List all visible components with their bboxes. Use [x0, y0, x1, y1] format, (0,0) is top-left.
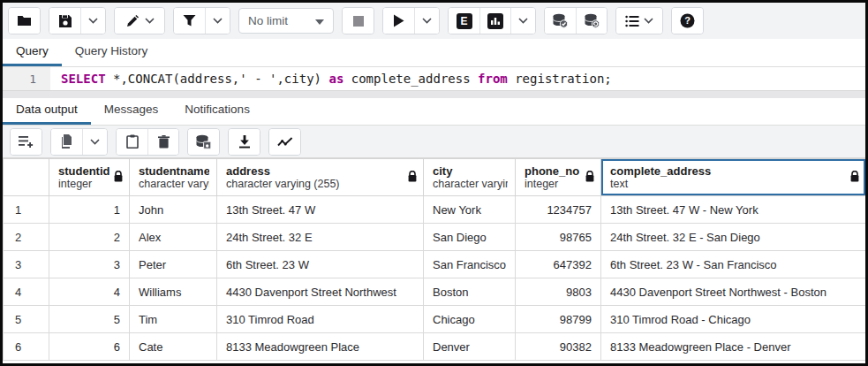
table-row: 22Alex24th Street. 32 ESan Diego9876524t… [4, 224, 866, 251]
table-row: 55Tim310 Timrod RoadChicago98799310 Timr… [4, 306, 866, 333]
tab-query-history[interactable]: Query History [62, 39, 162, 66]
cell-studentname[interactable]: Alex [130, 224, 217, 251]
cell-studentname[interactable]: Tim [130, 306, 217, 333]
execute-menu-button[interactable] [414, 8, 439, 34]
cell-studentid[interactable]: 2 [49, 224, 130, 251]
cell-complete_address[interactable]: 310 Timrod Road - Chicago [601, 306, 866, 333]
cell-phone_no[interactable]: 90382 [516, 333, 601, 361]
column-name: complete_address [610, 164, 858, 178]
cell-phone_no[interactable]: 98765 [516, 224, 601, 251]
cell-studentid[interactable]: 5 [49, 306, 130, 333]
commit-button[interactable] [545, 8, 576, 34]
trash-icon [158, 135, 170, 149]
cell-studentid[interactable]: 4 [49, 278, 130, 306]
cell-phone_no[interactable]: 98799 [516, 306, 601, 333]
tab-data-output[interactable]: Data output [3, 97, 91, 125]
macros-button[interactable] [616, 8, 662, 34]
cell-city[interactable]: San Diego [424, 224, 516, 251]
row-number[interactable]: 4 [4, 278, 49, 306]
row-limit-select[interactable]: No limit [238, 8, 334, 34]
tab-query[interactable]: Query [3, 39, 62, 66]
explain-button[interactable]: E [449, 8, 479, 34]
cell-address[interactable]: 4430 Davenport Street Northwest [217, 278, 424, 306]
cell-studentid[interactable]: 3 [49, 251, 130, 278]
cell-phone_no[interactable]: 647392 [516, 251, 601, 278]
cell-studentname[interactable]: Williams [130, 278, 217, 306]
cell-studentid[interactable]: 6 [49, 333, 130, 361]
line-number: 1 [3, 67, 50, 90]
cell-address[interactable]: 24th Street. 32 E [217, 224, 424, 251]
tab-notifications[interactable]: Notifications [171, 97, 263, 125]
filter-button[interactable] [174, 8, 205, 34]
column-header-studentname[interactable]: studentnamecharacter varying [130, 159, 217, 196]
open-file-button[interactable] [9, 8, 40, 34]
rollback-button[interactable] [576, 8, 607, 34]
row-number[interactable]: 2 [4, 224, 49, 251]
cell-address[interactable]: 8133 Meadowgreen Place [217, 333, 424, 361]
row-number[interactable]: 3 [4, 251, 49, 278]
cell-phone_no[interactable]: 1234757 [516, 196, 601, 224]
paste-button[interactable] [117, 129, 147, 155]
sql-query-text[interactable]: SELECT *,CONCAT(address,' - ',city) as c… [50, 72, 612, 86]
cell-phone_no[interactable]: 9803 [516, 278, 601, 306]
results-grid: studentidintegerstudentnamecharacter var… [3, 158, 865, 363]
save-menu-button[interactable] [80, 8, 105, 34]
row-number[interactable]: 1 [4, 196, 49, 224]
cell-studentname[interactable]: Cate [130, 333, 217, 361]
cell-complete_address[interactable]: 24th Street. 32 E - San Diego [601, 224, 866, 251]
cell-complete_address[interactable]: 8133 Meadowgreen Place - Denver [601, 333, 866, 361]
cell-address[interactable]: 6th Street. 23 W [217, 251, 424, 278]
save-results-to-file-button[interactable] [229, 129, 260, 155]
cell-studentid[interactable]: 1 [49, 196, 130, 224]
edit-button[interactable] [115, 8, 164, 34]
column-header-complete_address[interactable]: complete_addresstext [601, 159, 866, 196]
add-row-button[interactable] [11, 129, 42, 155]
column-type: integer [58, 178, 122, 190]
explain-analyze-button[interactable] [479, 8, 510, 34]
row-number[interactable]: 6 [4, 333, 49, 361]
lock-icon [850, 171, 859, 185]
column-name: phone_no [525, 164, 593, 178]
cell-city[interactable]: San Francisco [424, 251, 516, 278]
cell-studentname[interactable]: John [130, 196, 217, 224]
cell-address[interactable]: 310 Timrod Road [217, 306, 424, 333]
cell-complete_address[interactable]: 4430 Davenport Street Northwest - Boston [601, 278, 866, 306]
row-limit-value: No limit [248, 14, 288, 27]
clipboard-icon [126, 134, 139, 149]
copy-button[interactable] [51, 129, 82, 155]
column-type: character varying (255) [226, 178, 416, 190]
column-header-address[interactable]: addresscharacter varying (255) [217, 159, 424, 196]
cell-city[interactable]: Denver [424, 333, 516, 361]
graph-visualiser-button[interactable] [269, 129, 300, 155]
sql-token-keyword: as [328, 72, 343, 86]
cell-address[interactable]: 13th Street. 47 W [217, 196, 424, 224]
delete-row-button[interactable] [147, 129, 178, 155]
save-data-changes-button[interactable] [188, 129, 219, 155]
filter-menu-button[interactable] [205, 8, 230, 34]
select-all-corner[interactable] [4, 159, 49, 196]
help-button[interactable]: ? [672, 8, 703, 34]
cell-city[interactable]: Chicago [424, 306, 516, 333]
cell-complete_address[interactable]: 6th Street. 23 W - San Francisco [601, 251, 866, 278]
cell-studentname[interactable]: Peter [130, 251, 217, 278]
cell-city[interactable]: Boston [424, 278, 516, 306]
cell-complete_address[interactable]: 13th Street. 47 W - New York [601, 196, 866, 224]
column-header-studentid[interactable]: studentidinteger [49, 159, 130, 196]
lock-icon [585, 171, 594, 185]
stop-button[interactable] [343, 8, 374, 34]
column-header-phone_no[interactable]: phone_nointeger [516, 159, 601, 196]
tab-messages[interactable]: Messages [91, 97, 172, 125]
column-type: text [610, 178, 858, 190]
sql-token-plain: registration; [508, 72, 612, 86]
database-save-icon [195, 134, 212, 149]
cell-city[interactable]: New York [424, 196, 516, 224]
sql-editor[interactable]: 1 SELECT *,CONCAT(address,' - ',city) as… [3, 67, 865, 98]
column-header-city[interactable]: citycharacter varying [424, 159, 516, 196]
copy-menu-button[interactable] [82, 129, 107, 155]
save-button[interactable] [49, 8, 80, 34]
execute-button[interactable] [383, 8, 414, 34]
explain-menu-button[interactable] [510, 8, 535, 34]
row-number[interactable]: 5 [4, 306, 49, 333]
sql-token-keyword: from [478, 72, 508, 86]
column-name: address [226, 164, 416, 178]
